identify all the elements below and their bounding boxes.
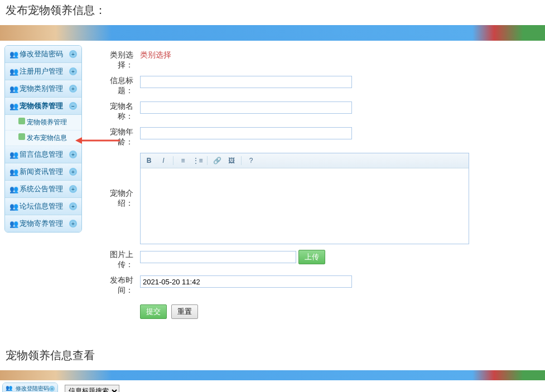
toggle-icon[interactable]: + <box>69 85 77 93</box>
link-icon[interactable]: 🔗 <box>212 156 222 166</box>
banner-2 <box>0 370 545 380</box>
toggle-icon[interactable]: + <box>69 168 77 176</box>
sidebar-item-3[interactable]: 👥宠物领养管理− <box>5 98 81 115</box>
bold-icon[interactable]: B <box>144 156 154 166</box>
toggle-icon[interactable]: + <box>49 386 55 391</box>
sidebar-item-label: 宠物领养管理 <box>20 101 69 111</box>
form-panel: 类别选择： 类别选择 信息标题： 宠物名称： 宠物年龄： 宠物介绍： <box>86 41 545 328</box>
help-icon[interactable]: ? <box>246 156 256 166</box>
title-label: 信息标题： <box>95 73 137 99</box>
publish-section: 发布宠物领养信息： 👥修改登陆密码+👥注册用户管理+👥宠物类别管理+👥宠物领养管… <box>0 0 545 328</box>
sidebar-item-label: 留言信息管理 <box>20 149 69 159</box>
section1-title: 发布宠物领养信息： <box>0 0 545 21</box>
toggle-icon[interactable]: + <box>69 202 77 210</box>
sidebar-item-label: 论坛信息管理 <box>20 201 69 211</box>
list-panel: 信息标题搜索 序号信息标题宠物名称年龄图片发布时间状态操作 1狗 --- 赠送狗… <box>60 380 545 392</box>
sidebar-item-7[interactable]: 👥论坛信息管理+ <box>5 198 81 215</box>
group-icon: 👥 <box>9 67 17 75</box>
sidebar-item-2[interactable]: 👥宠物类别管理+ <box>5 80 81 98</box>
sidebar-item-0[interactable]: 👥修改登陆密码+ <box>3 383 57 392</box>
petage-label: 宠物年龄： <box>95 124 137 150</box>
italic-icon[interactable]: I <box>158 156 168 166</box>
upload-button[interactable]: 上传 <box>298 250 325 264</box>
doc-icon <box>18 133 25 140</box>
upload-label: 图片上传： <box>95 247 137 273</box>
toggle-icon[interactable]: + <box>69 67 77 75</box>
sidebar-item-6[interactable]: 👥系统公告管理+ <box>5 181 81 198</box>
reset-button[interactable]: 重置 <box>171 304 198 319</box>
sidebar-1: 👥修改登陆密码+👥注册用户管理+👥宠物类别管理+👥宠物领养管理−宠物领养管理发布… <box>0 41 86 328</box>
ol-icon[interactable]: ≡ <box>178 156 188 166</box>
toggle-icon[interactable]: + <box>69 151 77 158</box>
banner-1 <box>0 25 545 41</box>
group-icon: 👥 <box>9 220 17 228</box>
ul-icon[interactable]: ⋮≡ <box>192 156 202 166</box>
group-icon: 👥 <box>9 85 17 93</box>
sidebar-item-label: 系统公告管理 <box>20 184 69 194</box>
section2-title: 宠物领养信息查看 <box>0 345 545 366</box>
sidebar-item-label: 宠物类别管理 <box>20 84 69 94</box>
sidebar-2: 👥修改登陆密码+👥注册用户管理+👥宠物类别管理+👥宠物领养管理−宠物领养管理发布… <box>0 380 60 392</box>
pubtime-input[interactable] <box>140 275 352 288</box>
toggle-icon[interactable]: + <box>69 185 77 193</box>
sidebar-item-label: 注册用户管理 <box>20 66 69 76</box>
sidebar-item-4[interactable]: 👥留言信息管理+ <box>5 146 81 163</box>
petage-input[interactable] <box>140 127 352 139</box>
group-icon: 👥 <box>9 50 17 58</box>
category-select[interactable]: 类别选择 <box>140 50 171 59</box>
group-icon: 👥 <box>9 202 17 210</box>
group-icon: 👥 <box>9 151 17 158</box>
sidebar-item-label: 宠物寄养管理 <box>20 219 69 229</box>
group-icon: 👥 <box>6 385 13 392</box>
file-input[interactable] <box>140 251 296 263</box>
sidebar-subitem-1[interactable]: 发布宠物信息 <box>5 130 81 146</box>
image-icon[interactable]: 🖼 <box>226 156 237 166</box>
editor-body[interactable] <box>141 168 469 244</box>
sidebar-item-1[interactable]: 👥注册用户管理+ <box>5 63 81 80</box>
sidebar-item-label: 新闻资讯管理 <box>20 167 69 177</box>
group-icon: 👥 <box>9 102 17 110</box>
submit-button[interactable]: 提交 <box>140 304 167 319</box>
sidebar-item-label: 修改登陆密码 <box>20 49 69 59</box>
sidebar-item-8[interactable]: 👥宠物寄养管理+ <box>5 215 81 232</box>
sidebar-item-label: 修改登陆密码 <box>16 385 49 392</box>
category-label: 类别选择： <box>95 47 137 73</box>
editor-toolbar: B I ≡ ⋮≡ 🔗 🖼 ? <box>141 153 469 168</box>
title-input[interactable] <box>140 76 352 88</box>
richtext-editor: B I ≡ ⋮≡ 🔗 🖼 ? <box>140 153 469 244</box>
list-section: 宠物领养信息查看 👥修改登陆密码+👥注册用户管理+👥宠物类别管理+👥宠物领养管理… <box>0 345 545 392</box>
petname-label: 宠物名称： <box>95 99 137 124</box>
toggle-icon[interactable]: − <box>69 102 77 110</box>
toggle-icon[interactable]: + <box>69 220 77 228</box>
pubtime-label: 发布时间： <box>95 273 137 298</box>
doc-icon <box>18 118 25 124</box>
search-select[interactable]: 信息标题搜索 <box>65 385 119 392</box>
petname-input[interactable] <box>140 101 352 114</box>
toggle-icon[interactable]: + <box>69 50 77 58</box>
group-icon: 👥 <box>9 168 17 176</box>
group-icon: 👥 <box>9 185 17 193</box>
sidebar-item-5[interactable]: 👥新闻资讯管理+ <box>5 163 81 181</box>
sidebar-subitem-0[interactable]: 宠物领养管理 <box>5 115 81 130</box>
intro-label: 宠物介绍： <box>95 150 137 247</box>
sidebar-item-0[interactable]: 👥修改登陆密码+ <box>5 46 81 63</box>
